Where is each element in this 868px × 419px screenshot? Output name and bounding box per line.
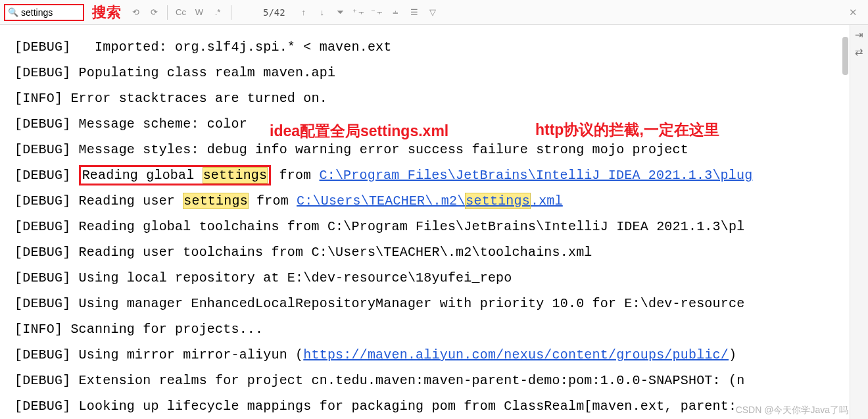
separator <box>231 5 231 20</box>
remove-selection-icon[interactable]: ⁻⫟ <box>370 5 385 20</box>
up-button[interactable]: ↑ <box>296 5 312 20</box>
gutter-icon-2[interactable]: ⇄ <box>855 46 863 58</box>
separator <box>167 5 168 20</box>
annotation-settings-xml: idea配置全局settings.xml <box>270 121 448 141</box>
console-line: [DEBUG] Using mirror mirror-aliyun (http… <box>14 342 861 368</box>
annotation-http: http协议的拦截,一定在这里 <box>535 120 719 140</box>
search-icon: 🔍 <box>8 7 18 17</box>
next-occurrence-button[interactable]: ⟳ <box>146 5 162 20</box>
console-line: [DEBUG] Reading global toolchains from C… <box>14 214 861 239</box>
words-button[interactable]: W <box>191 5 207 20</box>
file-link[interactable]: C:\Users\TEACHER\.m2\ <box>297 193 465 209</box>
file-link[interactable]: .xml <box>531 193 563 209</box>
find-toolbar: 🔍 搜索 ⟲ ⟳ Cc W .* 5/42 ↑ ↓ ⏷ ⁺⫟ ⁻⫟ ⫨ ☰ ▽ … <box>0 0 868 25</box>
console-line: [DEBUG] Using local repository at E:\dev… <box>14 265 861 291</box>
console-output: [DEBUG] Imported: org.slf4j.spi.* < mave… <box>0 25 868 419</box>
settings-icon[interactable]: ☰ <box>406 5 422 20</box>
funnel-icon[interactable]: ▽ <box>425 5 441 20</box>
file-link[interactable]: https://maven.aliyun.com/nexus/content/g… <box>303 347 729 362</box>
down-button[interactable]: ↓ <box>314 5 330 20</box>
console-line: [DEBUG] Reading user settings from C:\Us… <box>14 188 861 214</box>
console-line: [DEBUG] Looking up lifecycle mappings fo… <box>14 393 861 419</box>
console-line: [DEBUG] Populating class realm maven.api <box>14 60 861 86</box>
file-link[interactable]: C:\Program Files\JetBrains\IntelliJ IDEA… <box>320 168 753 183</box>
console-line: [DEBUG] Reading global settings from C:\… <box>14 162 861 188</box>
match-case-button[interactable]: Cc <box>173 5 189 20</box>
console-line: [DEBUG] Reading user toolchains from C:\… <box>14 239 861 265</box>
scrollbar-thumb[interactable] <box>842 37 848 75</box>
console-line: [DEBUG] Imported: org.slf4j.spi.* < mave… <box>14 34 861 60</box>
filter-button[interactable]: ⏷ <box>333 5 349 20</box>
match-count: 5/42 <box>237 7 293 18</box>
console-line: [INFO] Scanning for projects... <box>14 316 861 342</box>
right-gutter: ⇥ ⇄ <box>850 25 868 419</box>
watermark: CSDN @今天你学Java了吗 <box>736 405 848 416</box>
search-input[interactable] <box>21 7 80 18</box>
prev-occurrence-button[interactable]: ⟲ <box>128 5 143 20</box>
search-input-wrap[interactable]: 🔍 <box>4 4 84 21</box>
console-line: [DEBUG] Extension realms for project cn.… <box>14 368 861 393</box>
console-line: [DEBUG] Using manager EnhancedLocalRepos… <box>14 291 861 316</box>
add-selection-icon[interactable]: ⁺⫟ <box>351 5 367 20</box>
console-line: [INFO] Error stacktraces are turned on. <box>14 86 861 111</box>
select-all-icon[interactable]: ⫨ <box>388 5 404 20</box>
gutter-icon-1[interactable]: ⇥ <box>855 29 863 41</box>
regex-button[interactable]: .* <box>210 5 226 20</box>
file-link[interactable]: settings <box>465 193 531 209</box>
annotation-search: 搜索 <box>92 3 121 22</box>
close-find-button[interactable]: ✕ <box>846 5 860 20</box>
